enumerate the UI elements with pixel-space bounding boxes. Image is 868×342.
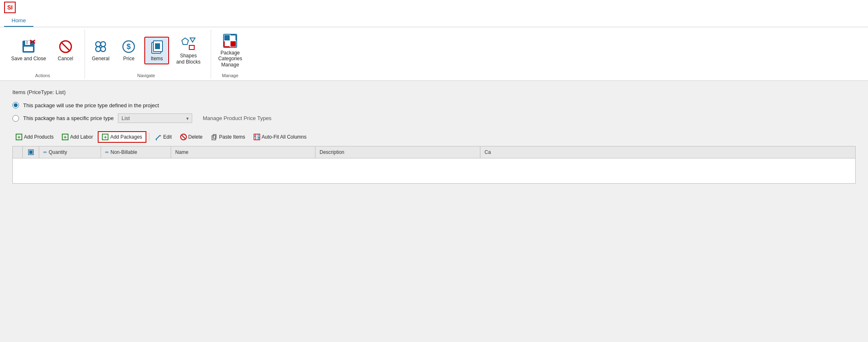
svg-line-28 [160,135,161,136]
edit-button[interactable]: Edit [152,132,175,142]
svg-text:$: $ [127,42,131,51]
nonbillable-edit-icon: ✏ [105,150,109,155]
svg-rect-3 [24,47,33,51]
svg-rect-22 [231,41,236,47]
col-name-label: Name [175,149,188,155]
add-packages-plus-icon: + [102,134,108,140]
col-header-nonbillable: ✏ Non-Billable [101,146,171,158]
save-close-button[interactable]: Save and Close [7,37,50,64]
svg-rect-34 [254,134,260,140]
svg-marker-17 [182,38,188,45]
svg-point-8 [96,42,101,47]
delete-icon [180,134,187,140]
auto-fit-label: Auto-Fit All Columns [262,134,307,140]
cancel-button[interactable]: Cancel [53,37,78,64]
add-packages-label: Add Packages [110,134,142,140]
paste-items-button[interactable]: Paste Items [207,132,248,142]
actions-group-label: Actions [7,72,78,78]
add-products-plus-icon: + [16,134,22,140]
svg-point-10 [96,47,101,52]
svg-rect-21 [224,35,230,40]
ribbon-group-navigate: General $ Price [85,30,211,79]
radio-specific-price-label: This package has a specific price type [23,115,114,121]
radio-row-specific: This package has a specific price type L… [12,113,856,123]
price-type-select[interactable]: List Net Cost [118,113,192,123]
price-button[interactable]: $ Price [116,37,141,64]
svg-point-11 [101,47,106,52]
price-label: Price [123,56,134,61]
items-label: Items [151,56,163,61]
save-icon [21,39,36,54]
table-container: ✏ Quantity ✏ Non-Billable Name Descripti… [12,146,856,184]
quantity-edit-icon: ✏ [43,150,47,155]
cancel-icon [58,39,73,54]
general-icon [93,39,108,54]
add-packages-button[interactable]: + Add Packages [98,131,146,143]
package-categories-label: PackageCategoriesManage [218,50,242,68]
delete-label: Delete [188,134,203,140]
delete-button[interactable]: Delete [177,132,206,142]
package-categories-icon [223,33,238,48]
price-icon: $ [121,39,136,54]
ribbon-group-manage-items: PackageCategoriesManage [214,30,246,71]
toolbar-divider-1 [149,133,149,141]
ribbon-tabs: Home [0,15,868,27]
radio-group: This package will use the price type def… [12,102,856,123]
svg-rect-2 [26,41,28,44]
svg-rect-40 [29,151,33,154]
paste-icon [211,134,217,140]
tab-home[interactable]: Home [4,15,33,27]
table-body [13,158,855,183]
paste-items-label: Paste Items [219,134,245,140]
manage-group-label: Manage [214,72,246,78]
edit-icon [155,134,162,140]
col-icon-symbol [28,149,34,156]
cancel-label: Cancel [58,56,73,61]
svg-line-7 [61,42,70,51]
col-ca-label: Ca [485,149,491,155]
col-header-ca: Ca [480,146,855,158]
svg-rect-16 [155,43,160,49]
save-close-label: Save and Close [11,56,46,61]
ribbon-content: Save and Close Cancel Actions [0,27,868,80]
ribbon-group-actions: Save and Close Cancel Actions [4,30,85,79]
radio-specific-price[interactable] [12,115,19,122]
shapes-blocks-button[interactable]: Shapesand Blocks [172,34,204,67]
radio-row-project: This package will use the price type def… [12,102,856,108]
svg-line-29 [156,139,157,140]
ribbon-group-navigate-items: General $ Price [88,30,204,71]
add-labor-button[interactable]: + Add Labor [59,132,96,142]
items-icon [149,39,164,54]
col-header-description: Description [315,146,480,158]
edit-label: Edit [163,134,172,140]
radio-use-project[interactable] [12,102,19,108]
app-logo: SI [4,2,16,13]
ribbon-group-manage: PackageCategoriesManage Manage [211,30,252,79]
price-type-dropdown-area: List Net Cost ▼ [118,113,192,123]
auto-fit-button[interactable]: Auto-Fit All Columns [250,132,310,142]
package-categories-button[interactable]: PackageCategoriesManage [214,31,246,70]
section-title: Items (PriceType: List) [12,89,856,95]
svg-line-27 [156,135,160,139]
add-products-label: Add Products [24,134,54,140]
col-header-name: Name [171,146,315,158]
add-labor-plus-icon: + [62,134,68,140]
ribbon-group-actions-items: Save and Close Cancel [7,30,78,71]
title-bar: SI [0,0,868,15]
svg-rect-18 [189,45,194,50]
items-button[interactable]: Items [144,37,169,64]
svg-point-9 [101,42,106,47]
manage-price-types-link[interactable]: Manage Product Price Types [203,115,272,121]
svg-line-31 [182,135,185,139]
add-products-button[interactable]: + Add Products [12,132,57,142]
col-header-icon [23,146,39,158]
add-labor-label: Add Labor [70,134,93,140]
col-quantity-label: Quantity [49,149,67,155]
auto-fit-icon [254,134,260,140]
col-description-label: Description [320,149,344,155]
dropdown-wrapper: List Net Cost ▼ [118,113,192,123]
shapes-icon [181,36,196,51]
col-header-check [13,146,23,158]
general-button[interactable]: General [88,37,113,64]
svg-marker-19 [190,38,195,42]
